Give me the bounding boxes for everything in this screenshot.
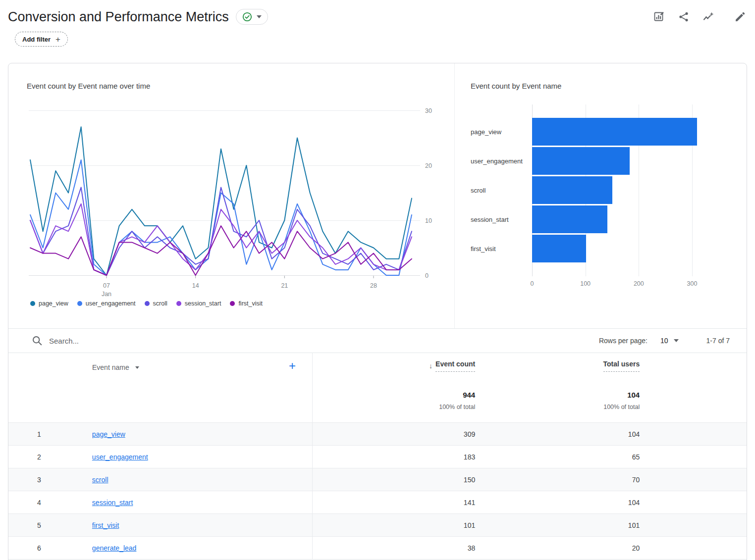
- legend-item-first_visit: first_visit: [230, 300, 263, 307]
- rows-per-page-value: 10: [660, 337, 668, 345]
- page-header: Conversion and Performance Metrics: [0, 0, 755, 47]
- line-chart-svg: 010203007Jan142128: [29, 101, 433, 299]
- event-link[interactable]: generate_lead: [92, 544, 137, 552]
- legend-item-page_view: page_view: [30, 300, 68, 307]
- row-index: 2: [8, 453, 92, 461]
- table-row: 6 generate_lead 38 20: [8, 536, 747, 559]
- line-series-first_visit: [30, 226, 412, 275]
- table-row: 5 first_visit 101 101: [8, 513, 747, 536]
- bar-category-label: first_visit: [471, 235, 526, 262]
- insights-icon[interactable]: [702, 11, 714, 23]
- search-input[interactable]: [49, 337, 257, 345]
- event-link[interactable]: user_engagement: [92, 453, 148, 461]
- bar-x-tick-label: 200: [626, 280, 651, 287]
- y-axis-tick-label: 20: [425, 162, 432, 169]
- bar-user_engagement: [532, 147, 630, 175]
- bar-category-label: user_engagement: [471, 147, 526, 175]
- legend-dot: [77, 301, 82, 306]
- table-row: 3 scroll 150 70: [8, 468, 747, 491]
- event-link[interactable]: page_view: [92, 430, 125, 438]
- chevron-down-icon: [674, 339, 679, 342]
- line-chart-legend: page_viewuser_engagementscrollsession_st…: [30, 300, 263, 307]
- event-link[interactable]: session_start: [92, 499, 133, 507]
- line-chart: 010203007Jan142128: [29, 101, 433, 299]
- event-name-column-header[interactable]: Event name: [92, 363, 139, 371]
- bar-category-label: session_start: [471, 205, 526, 233]
- total-users-column-header[interactable]: Total users: [603, 360, 640, 372]
- table-toolbar: Rows per page: 10 1-7 of 7: [8, 328, 747, 353]
- add-column-button[interactable]: +: [289, 360, 296, 372]
- total-users-value: 104: [475, 430, 640, 438]
- legend-item-user_engagement: user_engagement: [77, 300, 136, 307]
- add-filter-label: Add filter: [22, 36, 51, 43]
- legend-label: scroll: [153, 300, 167, 307]
- report-status-badge[interactable]: [236, 9, 268, 25]
- row-index: 5: [8, 521, 92, 529]
- bar-chart-title: Event count by Event name: [471, 82, 561, 90]
- legend-label: session_start: [185, 300, 221, 307]
- event-name-header-label: Event name: [92, 363, 129, 371]
- total-users-header-label: Total users: [603, 360, 640, 372]
- event-count-value: 38: [313, 544, 475, 552]
- bar-page_view: [532, 118, 697, 146]
- line-chart-title: Event count by Event name over time: [27, 82, 150, 90]
- sort-caret-icon: [135, 366, 139, 369]
- y-axis-tick-label: 0: [425, 272, 429, 279]
- event-count-total: 944: [463, 391, 475, 399]
- x-axis-month-label: Jan: [102, 291, 111, 298]
- total-users-value: 70: [475, 476, 640, 484]
- event-count-column-header[interactable]: ↓ Event count: [429, 360, 475, 372]
- event-count-value: 183: [313, 453, 475, 461]
- bar-x-tick-label: 300: [680, 280, 704, 287]
- bar-session_start: [532, 205, 607, 233]
- chevron-down-icon: [257, 15, 262, 18]
- legend-dot: [230, 301, 235, 306]
- line-series-user_engagement: [30, 160, 412, 275]
- share-icon[interactable]: [678, 11, 690, 23]
- y-axis-tick-label: 10: [425, 217, 432, 224]
- bar-first_visit: [532, 235, 586, 262]
- bar-chart-panel: Event count by Event name page_viewuser_…: [455, 63, 747, 328]
- legend-item-session_start: session_start: [176, 300, 221, 307]
- pagination-range: 1-7 of 7: [706, 337, 730, 345]
- bar-category-label: page_view: [471, 118, 526, 146]
- table-row: 1 page_view 309 104: [8, 422, 747, 445]
- legend-label: page_view: [39, 300, 68, 307]
- row-index: 1: [8, 430, 92, 438]
- page-title: Conversion and Performance Metrics: [8, 9, 229, 25]
- event-link[interactable]: scroll: [92, 476, 108, 484]
- event-count-value: 101: [313, 521, 475, 529]
- x-axis-tick-label: 21: [281, 282, 288, 289]
- legend-dot: [30, 301, 35, 306]
- x-axis-tick-label: 07: [103, 282, 110, 289]
- sort-descending-icon: ↓: [429, 362, 432, 370]
- total-users-value: 20: [475, 544, 640, 552]
- total-users-total: 104: [627, 391, 640, 399]
- search-icon: [32, 335, 43, 346]
- x-axis-tick-label: 28: [370, 282, 377, 289]
- legend-item-scroll: scroll: [145, 300, 167, 307]
- customize-report-icon[interactable]: [653, 11, 665, 23]
- x-axis-tick-label: 14: [192, 282, 199, 289]
- bar-chart-plot: [532, 104, 740, 276]
- row-index: 6: [8, 544, 92, 552]
- bar-scroll: [532, 176, 612, 204]
- bar-x-tick-label: 0: [520, 280, 544, 287]
- bar-x-tick-label: 100: [573, 280, 598, 287]
- legend-label: first_visit: [238, 300, 263, 307]
- table-body: 1 page_view 309 104 2 user_engagement 18…: [8, 422, 747, 560]
- rows-per-page-select[interactable]: 10: [660, 337, 679, 345]
- line-series-scroll: [30, 187, 412, 275]
- event-link[interactable]: first_visit: [92, 521, 119, 529]
- add-filter-button[interactable]: Add filter +: [15, 32, 68, 47]
- rows-per-page-label: Rows per page:: [599, 337, 647, 345]
- edit-pencil-icon[interactable]: [734, 11, 746, 23]
- legend-dot: [176, 301, 181, 306]
- legend-label: user_engagement: [86, 300, 136, 307]
- row-index: 4: [8, 499, 92, 507]
- check-circle-icon: [242, 12, 252, 22]
- total-users-total-pct: 100% of total: [603, 404, 640, 410]
- plus-icon: +: [55, 35, 60, 44]
- header-actions: [653, 11, 746, 23]
- legend-dot: [145, 301, 150, 306]
